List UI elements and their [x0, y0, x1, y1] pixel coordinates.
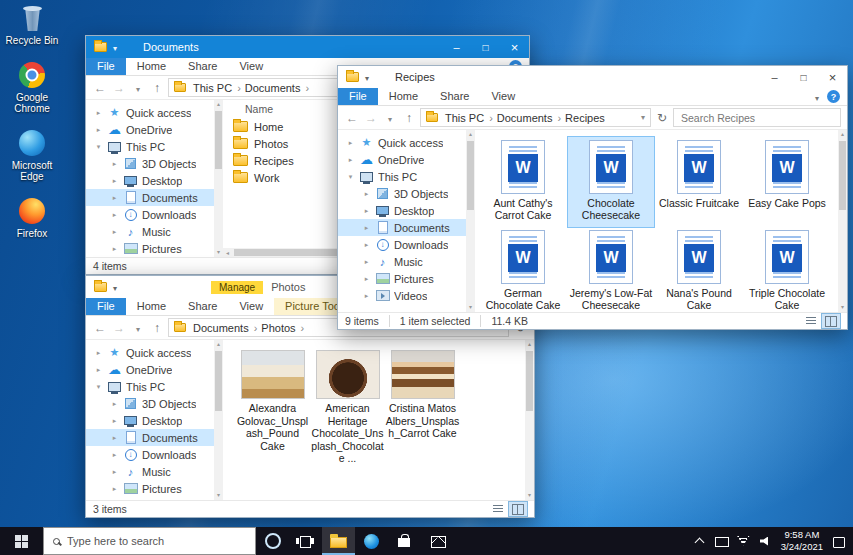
breadcrumb-segment[interactable]: This PC: [191, 82, 243, 94]
scroll-down-icon[interactable]: [528, 491, 531, 500]
ribbon-tab[interactable]: File: [86, 58, 126, 75]
qat-customize-chevron-icon[interactable]: [113, 41, 117, 53]
cortana-button[interactable]: [256, 527, 289, 555]
scroll-left-icon[interactable]: [223, 249, 232, 256]
start-button[interactable]: [0, 527, 43, 555]
sidebar-scrollbar[interactable]: [214, 100, 223, 257]
file-item[interactable]: Nana's Pound Cake: [656, 227, 742, 317]
large-icons-view-button[interactable]: [509, 502, 527, 516]
sidebar-scrollbar[interactable]: [466, 130, 475, 312]
expand-chevron-icon[interactable]: [110, 228, 119, 236]
tree-item[interactable]: Documents: [86, 189, 214, 206]
tree-item[interactable]: Documents: [338, 219, 466, 236]
scrollbar-thumb[interactable]: [215, 111, 222, 169]
expand-chevron-icon[interactable]: [110, 434, 119, 442]
breadcrumb-segment[interactable]: Documents: [191, 322, 259, 334]
expand-chevron-icon[interactable]: [346, 156, 355, 164]
tree-item[interactable]: Downloads: [86, 446, 214, 463]
scrollbar-thumb[interactable]: [215, 351, 222, 411]
tree-item[interactable]: This PC: [86, 138, 214, 155]
ribbon-tab[interactable]: Home: [378, 88, 429, 105]
expand-chevron-icon[interactable]: [346, 139, 355, 147]
tree-item[interactable]: OneDrive: [338, 151, 466, 168]
tree-item[interactable]: Music: [86, 223, 214, 240]
back-button[interactable]: [92, 81, 108, 95]
expand-chevron-icon[interactable]: [110, 485, 119, 493]
tree-item[interactable]: OneDrive: [86, 121, 214, 138]
expand-chevron-icon[interactable]: [94, 126, 103, 134]
expand-chevron-icon[interactable]: [362, 224, 371, 232]
recent-locations-chevron-icon[interactable]: [130, 81, 146, 95]
title-bar[interactable]: Documents: [86, 36, 529, 58]
scrollbar-thumb[interactable]: [467, 141, 474, 210]
expand-chevron-icon[interactable]: [362, 190, 371, 198]
details-view-button[interactable]: [489, 502, 507, 516]
tree-item[interactable]: Quick access: [338, 134, 466, 151]
expand-chevron-icon[interactable]: [94, 383, 103, 391]
tree-item[interactable]: Downloads: [338, 236, 466, 253]
expand-chevron-icon[interactable]: [110, 211, 119, 219]
scroll-up-icon[interactable]: [217, 340, 220, 349]
expand-chevron-icon[interactable]: [94, 366, 103, 374]
tree-item[interactable]: Music: [86, 463, 214, 480]
photo-item[interactable]: American Heritage Chocolate_Unsplash_Cho…: [310, 350, 385, 465]
desktop-icon-microsoft-edge[interactable]: Microsoft Edge: [1, 128, 63, 183]
ribbon-tab[interactable]: Share: [177, 58, 228, 75]
action-center-icon[interactable]: [832, 536, 845, 547]
desktop-icon-firefox[interactable]: Firefox: [1, 196, 63, 240]
breadcrumb-segment[interactable]: This PC: [443, 112, 495, 124]
tray-expand-button[interactable]: [693, 536, 706, 547]
expand-chevron-icon[interactable]: [110, 245, 119, 253]
tray-network-icon[interactable]: [737, 536, 750, 547]
recent-locations-chevron-icon[interactable]: [382, 111, 398, 125]
scrollbar-thumb[interactable]: [839, 141, 846, 210]
expand-chevron-icon[interactable]: [94, 349, 103, 357]
scroll-down-icon[interactable]: [217, 248, 220, 257]
sidebar-scrollbar[interactable]: [214, 340, 223, 500]
scrollbar-thumb[interactable]: [526, 351, 533, 411]
up-button[interactable]: [401, 111, 417, 125]
minimize-button[interactable]: [760, 66, 789, 88]
content-scrollbar[interactable]: [838, 130, 847, 312]
expand-chevron-icon[interactable]: [110, 194, 119, 202]
file-explorer-button[interactable]: [322, 527, 355, 555]
desktop-icon-recycle-bin[interactable]: Recycle Bin: [1, 3, 63, 47]
tray-volume-icon[interactable]: [759, 536, 772, 547]
tree-item[interactable]: This PC: [86, 378, 214, 395]
close-button[interactable]: [500, 36, 529, 58]
help-icon[interactable]: [827, 90, 840, 103]
tree-item[interactable]: 3D Objects: [86, 155, 214, 172]
qat-customize-chevron-icon[interactable]: [113, 281, 117, 293]
tree-item[interactable]: Downloads: [86, 206, 214, 223]
refresh-button[interactable]: [654, 111, 670, 125]
taskbar-search-input[interactable]: [67, 535, 246, 547]
breadcrumb-segment[interactable]: Photos: [259, 322, 306, 334]
tree-item[interactable]: Pictures: [338, 270, 466, 287]
content-scrollbar[interactable]: [525, 340, 534, 500]
file-item[interactable]: Aunt Cathy's Carrot Cake: [480, 137, 566, 227]
tree-item[interactable]: Quick access: [86, 344, 214, 361]
up-button[interactable]: [149, 321, 165, 335]
expand-chevron-icon[interactable]: [362, 275, 371, 283]
scroll-down-icon[interactable]: [841, 303, 844, 312]
scroll-up-icon[interactable]: [469, 130, 472, 139]
ribbon-tab[interactable]: File: [338, 88, 378, 105]
minimize-button[interactable]: [442, 36, 471, 58]
back-button[interactable]: [92, 321, 108, 335]
close-button[interactable]: [818, 66, 847, 88]
desktop-icon-google-chrome[interactable]: Google Chrome: [1, 60, 63, 115]
expand-chevron-icon[interactable]: [110, 160, 119, 168]
tree-item[interactable]: Pictures: [86, 240, 214, 257]
context-tab-badge[interactable]: Manage: [211, 281, 263, 294]
up-button[interactable]: [149, 81, 165, 95]
expand-chevron-icon[interactable]: [110, 417, 119, 425]
scroll-down-icon[interactable]: [469, 303, 472, 312]
mail-button[interactable]: [421, 527, 454, 555]
tree-item[interactable]: 3D Objects: [338, 185, 466, 202]
tray-display-icon[interactable]: [715, 536, 728, 547]
expand-chevron-icon[interactable]: [110, 468, 119, 476]
taskbar-clock[interactable]: 9:58 AM 3/24/2021: [781, 529, 823, 554]
file-item[interactable]: German Chocolate Cake: [480, 227, 566, 317]
expand-chevron-icon[interactable]: [110, 177, 119, 185]
file-item[interactable]: Triple Chocolate Cake: [744, 227, 830, 317]
